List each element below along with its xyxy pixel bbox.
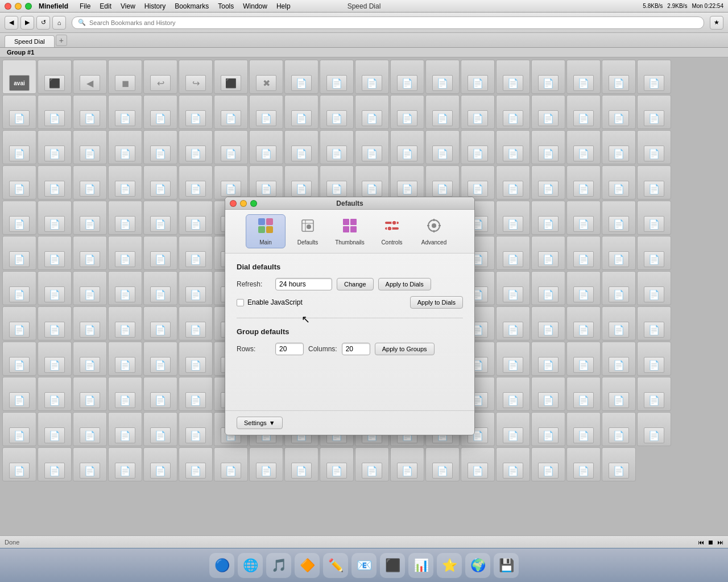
dial-cell[interactable]: 📄 (143, 271, 177, 305)
dial-cell[interactable]: 📄 (38, 306, 72, 340)
dial-cell[interactable]: 📄 (496, 201, 530, 235)
dial-cell[interactable]: 📄 (461, 447, 495, 481)
dial-cell[interactable]: 📄 (249, 165, 283, 199)
dial-cell[interactable]: 📄 (602, 130, 636, 164)
dial-cell[interactable]: 📄 (496, 412, 530, 446)
dial-cell[interactable]: 📄 (566, 342, 601, 376)
dial-cell[interactable]: 📄 (38, 130, 72, 164)
dial-cell[interactable]: 📄 (496, 95, 530, 129)
dial-cell[interactable]: 📄 (496, 165, 530, 199)
dial-cell[interactable]: 📄 (143, 236, 177, 270)
dial-cell[interactable]: 📄 (179, 271, 213, 305)
dial-cell[interactable]: 📄 (73, 95, 107, 129)
dial-cell[interactable]: 📄 (602, 306, 636, 340)
dock-cone-icon[interactable]: 🔶 (295, 553, 320, 578)
dock-finder-icon[interactable]: 🔵 (209, 553, 234, 578)
dial-cell[interactable]: 📄 (2, 306, 36, 340)
dial-cell[interactable]: 📄 (214, 130, 248, 164)
change-button[interactable]: Change (337, 278, 374, 290)
dial-cell[interactable]: 📄 (38, 236, 72, 270)
dial-cell[interactable]: 📄 (108, 271, 142, 305)
menu-tools[interactable]: Tools (218, 2, 234, 10)
maximize-button[interactable] (25, 3, 32, 10)
close-button[interactable] (5, 3, 11, 10)
dial-cell[interactable]: 📄 (320, 130, 354, 164)
dial-cell[interactable]: 📄 (531, 412, 565, 446)
dial-cell[interactable]: 📄 (531, 95, 565, 129)
dial-cell[interactable]: 📄 (284, 60, 318, 94)
dial-cell[interactable]: ◀ (73, 60, 107, 94)
dial-cell[interactable]: 📄 (602, 236, 636, 270)
dial-cell[interactable]: 📄 (284, 95, 318, 129)
menu-view[interactable]: View (121, 2, 135, 10)
dial-cell[interactable]: 📄 (108, 236, 142, 270)
dial-cell[interactable]: 📄 (461, 60, 495, 94)
dial-cell[interactable]: ↪ (179, 60, 213, 94)
dial-cell[interactable]: 📄 (637, 165, 671, 199)
dial-cell[interactable]: 📄 (2, 447, 36, 481)
dial-cell[interactable]: 📄 (390, 447, 424, 481)
dial-cell[interactable]: 📄 (390, 95, 424, 129)
dial-cell[interactable]: 📄 (566, 130, 601, 164)
tab-controls[interactable]: Controls (372, 214, 412, 248)
menu-file[interactable]: File (80, 2, 90, 10)
settings-button[interactable]: Settings ▼ (237, 417, 283, 429)
dial-cell[interactable]: 📄 (108, 95, 142, 129)
dial-cell[interactable]: 📄 (390, 60, 424, 94)
menu-help[interactable]: Help (276, 2, 291, 10)
dock-db-icon[interactable]: 💾 (494, 553, 519, 578)
tab-advanced[interactable]: Advanced (414, 214, 454, 248)
dial-cell[interactable]: 📄 (531, 306, 565, 340)
dial-cell[interactable]: 📄 (143, 306, 177, 340)
dial-cell[interactable]: 📄 (179, 342, 213, 376)
dial-cell[interactable]: 📄 (496, 447, 530, 481)
dial-cell[interactable]: 📄 (73, 342, 107, 376)
dial-cell[interactable]: 📄 (637, 306, 671, 340)
dial-cell[interactable]: 📄 (38, 271, 72, 305)
dial-cell[interactable]: 📄 (179, 130, 213, 164)
dial-cell[interactable]: 📄 (496, 236, 530, 270)
dial-cell[interactable]: 📄 (531, 60, 565, 94)
dial-cell[interactable]: 📄 (566, 306, 601, 340)
menu-window[interactable]: Window (243, 2, 267, 10)
dial-cell[interactable]: 📄 (496, 342, 530, 376)
dial-cell[interactable]: 📄 (637, 377, 671, 411)
dial-cell[interactable]: 📄 (73, 306, 107, 340)
dial-cell[interactable]: 📄 (73, 377, 107, 411)
tab-speed-dial[interactable]: Speed Dial (5, 35, 55, 47)
dial-cell[interactable]: 📄 (284, 447, 318, 481)
dial-cell[interactable]: 📄 (496, 271, 530, 305)
bookmarks-icon[interactable]: ★ (710, 16, 723, 30)
dial-cell[interactable]: 📄 (531, 447, 565, 481)
dial-cell[interactable]: 📄 (38, 165, 72, 199)
dial-cell[interactable]: 📄 (390, 130, 424, 164)
dial-cell[interactable]: 📄 (531, 377, 565, 411)
dial-cell[interactable]: 📄 (425, 165, 460, 199)
dial-cell[interactable]: 📄 (73, 201, 107, 235)
dial-cell[interactable]: 📄 (531, 201, 565, 235)
columns-input[interactable] (342, 343, 370, 355)
dial-cell[interactable]: 📄 (38, 342, 72, 376)
dial-cell[interactable]: 📄 (355, 447, 389, 481)
dial-cell[interactable]: avai (2, 60, 36, 94)
dial-cell[interactable]: 📄 (566, 236, 601, 270)
dial-cell[interactable]: 📄 (143, 447, 177, 481)
refresh-input[interactable] (275, 278, 332, 290)
dial-cell[interactable]: 📄 (73, 165, 107, 199)
dial-cell[interactable]: 📄 (108, 130, 142, 164)
dial-cell[interactable]: 📄 (425, 447, 460, 481)
dial-cell[interactable]: 📄 (425, 95, 460, 129)
dial-cell[interactable]: 📄 (355, 165, 389, 199)
dial-cell[interactable]: 📄 (602, 95, 636, 129)
dial-cell[interactable]: 📄 (179, 95, 213, 129)
apply-to-dials-button-1[interactable]: Apply to Dials (378, 278, 431, 290)
dial-cell[interactable]: 📄 (73, 412, 107, 446)
reload-button[interactable]: ↺ (36, 16, 50, 30)
enable-js-checkbox[interactable] (237, 299, 244, 306)
dial-cell[interactable]: 📄 (73, 447, 107, 481)
dial-cell[interactable]: 📄 (2, 412, 36, 446)
dial-cell[interactable]: 📄 (602, 377, 636, 411)
dial-cell[interactable]: 📄 (143, 130, 177, 164)
dial-cell[interactable]: 📄 (602, 447, 636, 481)
tab-add-button[interactable]: + (56, 35, 67, 46)
